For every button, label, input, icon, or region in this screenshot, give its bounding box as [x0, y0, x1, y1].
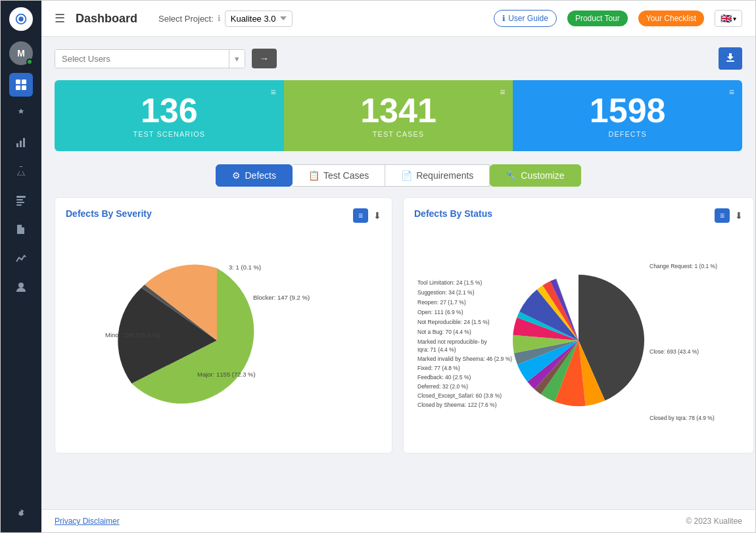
tab-defects[interactable]: ⚙ Defects: [216, 164, 292, 187]
sidebar-icon-requirements[interactable]: [9, 189, 33, 212]
stat-cards: ≡ 136 TEST SCENARIOS ≡ 1341 TEST CASES ≡…: [55, 80, 742, 151]
your-checklist-button[interactable]: Your Checklist: [638, 11, 704, 26]
select-users-wrapper: ▾: [55, 49, 245, 68]
svg-rect-12: [16, 204, 22, 206]
language-selector[interactable]: 🇬🇧 ▾: [715, 10, 742, 27]
svg-text:Iqra: 71 (4.4 %): Iqra: 71 (4.4 %): [417, 346, 456, 353]
test-cases-label: TEST CASES: [373, 130, 424, 138]
svg-rect-4: [16, 85, 20, 90]
page-title: Dashboard: [76, 12, 137, 26]
test-cases-number: 1341: [360, 93, 437, 127]
svg-text:Reopen: 27 (1.7 %): Reopen: 27 (1.7 %): [417, 299, 466, 306]
svg-rect-6: [16, 143, 18, 147]
sidebar-icon-reports[interactable]: [9, 131, 33, 154]
stat-card-defects: ≡ 1598 DEFECTS: [513, 80, 742, 151]
severity-pie-svg: Major: 1155 (72.3 %) Blocker: 147 (9.2 %…: [66, 235, 381, 439]
avatar[interactable]: M: [9, 41, 33, 65]
select-chevron-icon: ▾: [229, 50, 245, 68]
svg-rect-9: [16, 196, 26, 198]
svg-text:Not a Bug: 70 (4.4 %): Not a Bug: 70 (4.4 %): [417, 329, 471, 335]
svg-rect-2: [16, 80, 20, 84]
download-button[interactable]: [719, 47, 742, 70]
test-scenarios-number: 136: [141, 93, 198, 127]
defects-by-status-card: Defects By Status ≡ ⬇ Tool Limitation: 2…: [403, 197, 754, 453]
main-content: ☰ Dashboard Select Project: ℹ Kualitee 3…: [41, 1, 755, 532]
status-pie-chart: Tool Limitation: 24 (1.5 %)Suggestion: 3…: [414, 232, 743, 442]
go-button[interactable]: →: [252, 49, 277, 68]
sidebar-icon-lab[interactable]: [9, 160, 33, 183]
svg-rect-5: [22, 85, 26, 90]
filter-icon-2[interactable]: ≡: [500, 87, 505, 97]
defects-by-severity-card: Defects By Severity ≡ ⬇: [55, 197, 392, 453]
tab-customize[interactable]: 🔧 Customize: [490, 164, 580, 187]
defects-number: 1598: [590, 93, 666, 127]
user-guide-button[interactable]: ℹ User Guide: [494, 10, 557, 27]
select-users-input[interactable]: [55, 50, 229, 68]
copyright-text: © 2023 Kualitee: [686, 517, 742, 526]
svg-rect-10: [16, 199, 23, 200]
svg-text:Deferred: 32 (2.0 %): Deferred: 32 (2.0 %): [417, 383, 468, 390]
footer: Privacy Disclaimer © 2023 Kualitee: [41, 509, 755, 532]
status-chart-header: Defects By Status ≡ ⬇: [414, 208, 743, 227]
svg-text:Close: 693 (43.4 %): Close: 693 (43.4 %): [650, 348, 699, 355]
test-cases-icon: 📋: [308, 170, 319, 181]
severity-download-icon[interactable]: ⬇: [373, 210, 381, 221]
tab-test-cases[interactable]: 📋 Test Cases: [293, 164, 385, 187]
filter-icon[interactable]: ≡: [270, 87, 275, 97]
info-icon: ℹ: [502, 14, 506, 23]
sidebar-icon-gear[interactable]: [9, 502, 33, 526]
status-download-icon[interactable]: ⬇: [735, 210, 743, 221]
sidebar-icon-dashboard[interactable]: [9, 73, 33, 97]
filter-icon-3[interactable]: ≡: [729, 87, 734, 97]
project-select-input[interactable]: Kualitee 3.0: [225, 11, 293, 27]
charts-row: Defects By Severity ≡ ⬇: [55, 197, 742, 453]
svg-text:Closed by Iqra: 78 (4.9 %): Closed by Iqra: 78 (4.9 %): [650, 415, 715, 421]
svg-text:Fixed: 77 (4.8 %): Fixed: 77 (4.8 %): [417, 365, 460, 371]
stat-card-test-scenarios: ≡ 136 TEST SCENARIOS: [55, 80, 284, 151]
svg-text:Suggestion: 34 (2.1 %): Suggestion: 34 (2.1 %): [417, 289, 475, 296]
project-label: Select Project:: [158, 14, 214, 24]
svg-text:Closed by Sheema: 122 (7.6 %): Closed by Sheema: 122 (7.6 %): [417, 402, 497, 408]
svg-rect-7: [20, 141, 22, 147]
severity-chart-header: Defects By Severity ≡ ⬇: [66, 208, 381, 227]
svg-text:Tool Limitation: 24 (1.5 %): Tool Limitation: 24 (1.5 %): [417, 279, 482, 286]
requirements-icon: 📄: [401, 170, 412, 181]
svg-text:Open: 111 (6.9 %): Open: 111 (6.9 %): [417, 309, 463, 315]
project-info-icon: ℹ: [218, 14, 221, 23]
sidebar-icon-analytics[interactable]: [9, 246, 33, 270]
severity-filter-button[interactable]: ≡: [353, 208, 368, 223]
filter-row: ▾ →: [55, 47, 742, 70]
svg-rect-15: [726, 60, 734, 62]
privacy-disclaimer-link[interactable]: Privacy Disclaimer: [55, 517, 120, 526]
status-pie-svg: Tool Limitation: 24 (1.5 %)Suggestion: 3…: [414, 232, 743, 442]
avatar-online-dot: [26, 58, 33, 65]
tab-requirements[interactable]: 📄 Requirements: [385, 164, 490, 187]
tab-row: ⚙ Defects 📋 Test Cases 📄 Requirements 🔧 …: [55, 164, 742, 187]
svg-point-13: [18, 283, 24, 288]
sidebar-icon-settings[interactable]: [9, 102, 33, 126]
svg-rect-3: [22, 80, 26, 84]
svg-point-1: [18, 16, 23, 21]
severity-chart-title: Defects By Severity: [66, 208, 152, 219]
chevron-down-icon: ▾: [733, 15, 736, 22]
stat-card-test-cases: ≡ 1341 TEST CASES: [284, 80, 513, 151]
svg-text:Marked not reproducible- by: Marked not reproducible- by: [417, 338, 488, 345]
flag-icon: 🇬🇧: [721, 13, 732, 24]
defects-icon: ⚙: [232, 170, 241, 181]
svg-rect-11: [16, 202, 24, 203]
sidebar-icon-files[interactable]: [9, 218, 33, 241]
hamburger-icon[interactable]: ☰: [55, 11, 65, 26]
status-filter-button[interactable]: ≡: [715, 208, 730, 223]
svg-text:Minor: 295 (18.5 %): Minor: 295 (18.5 %): [105, 331, 160, 338]
svg-text:Marked invalid by Sheema: 46 (: Marked invalid by Sheema: 46 (2.9 %): [417, 356, 512, 362]
svg-text:Change Request: 1 (0.1 %): Change Request: 1 (0.1 %): [650, 263, 717, 269]
severity-pie-chart: Major: 1155 (72.3 %) Blocker: 147 (9.2 %…: [66, 232, 381, 442]
project-selector: Select Project: ℹ Kualitee 3.0: [158, 11, 293, 27]
app-logo: [9, 7, 33, 31]
svg-text:Major: 1155 (72.3 %): Major: 1155 (72.3 %): [197, 371, 256, 378]
sidebar-icon-user[interactable]: [9, 275, 33, 299]
product-tour-button[interactable]: Product Tour: [567, 11, 628, 26]
defects-label: DEFECTS: [608, 130, 646, 138]
customize-icon: 🔧: [506, 170, 517, 181]
topbar: ☰ Dashboard Select Project: ℹ Kualitee 3…: [41, 1, 755, 37]
